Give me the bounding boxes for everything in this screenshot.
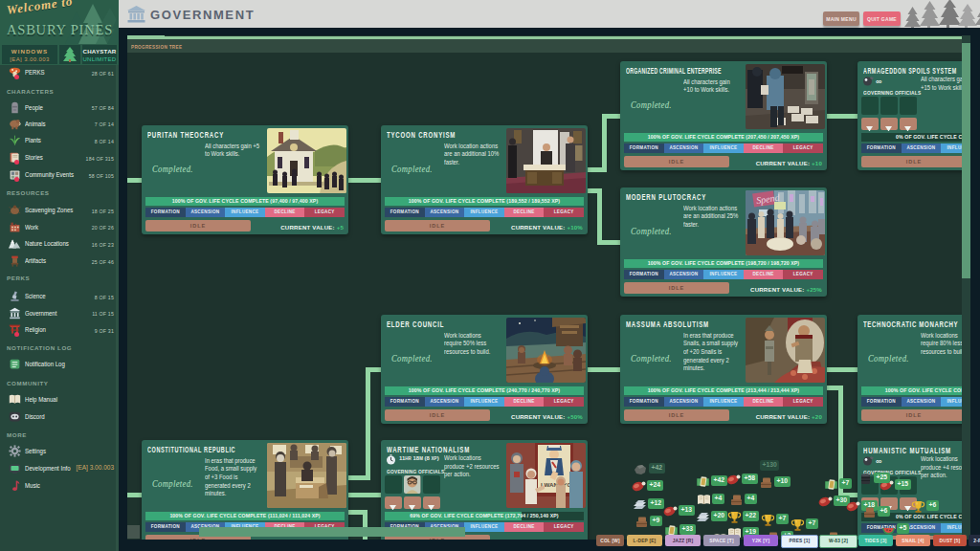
- svg-text:∞: ∞: [876, 456, 882, 466]
- svg-text:∞: ∞: [876, 77, 882, 86]
